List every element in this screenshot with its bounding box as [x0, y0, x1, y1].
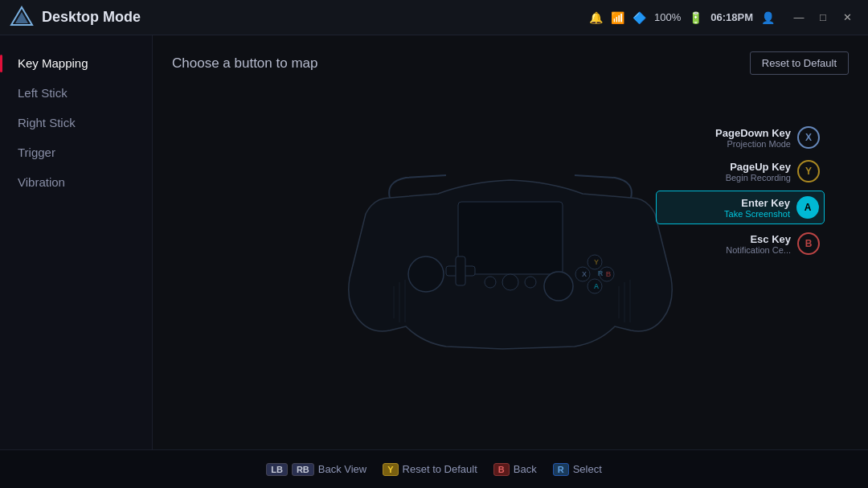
- sidebar: Key Mapping Left Stick Right Stick Trigg…: [0, 35, 153, 449]
- mapping-pageup[interactable]: PageUp Key Begin Recording Y: [656, 157, 825, 186]
- mapping-esc-text: Esc Key Notification Ce...: [661, 233, 791, 255]
- b-badge: B: [493, 463, 510, 476]
- mapping-enter-action: Take Screenshot: [661, 209, 790, 219]
- r-badge: R: [553, 463, 569, 476]
- a-button-circle: A: [796, 196, 819, 219]
- svg-point-13: [525, 277, 536, 288]
- mapping-pagedown-text: PageDown Key Projection Mode: [661, 127, 791, 149]
- svg-text:R: R: [598, 269, 604, 277]
- content-area: Choose a button to map Reset to Default: [153, 35, 868, 449]
- bottom-bar: LB RB Back View Y Reset to Default B Bac…: [0, 449, 868, 488]
- app-title: Desktop Mode: [42, 9, 589, 26]
- close-button[interactable]: ✕: [836, 6, 858, 29]
- y-badge: Y: [383, 463, 398, 476]
- y-button-circle: Y: [797, 160, 820, 182]
- wifi-icon: 📶: [611, 11, 624, 24]
- bottom-back-view[interactable]: LB RB Back View: [266, 463, 366, 476]
- svg-point-4: [544, 272, 573, 301]
- controller-illustration: R B Y A X: [342, 141, 679, 367]
- battery-icon: 🔋: [689, 11, 702, 24]
- title-bar: Desktop Mode 🔔 📶 🔷 100% 🔋 06:18PM 👤 — □ …: [0, 0, 868, 35]
- svg-text:A: A: [594, 282, 600, 290]
- sidebar-item-left-stick[interactable]: Left Stick: [0, 78, 152, 108]
- svg-text:B: B: [606, 270, 612, 278]
- x-button-circle: X: [797, 126, 820, 149]
- lb-badge: LB: [266, 463, 288, 476]
- svg-point-3: [408, 256, 444, 292]
- choose-button-label: Choose a button to map: [172, 55, 317, 72]
- user-icon: 👤: [761, 11, 775, 24]
- svg-rect-2: [458, 202, 563, 274]
- minimize-button[interactable]: —: [788, 6, 810, 29]
- clock: 06:18PM: [710, 11, 753, 23]
- main-layout: Key Mapping Left Stick Right Stick Trigg…: [0, 35, 868, 449]
- mapping-pagedown[interactable]: PageDown Key Projection Mode X: [656, 123, 825, 152]
- svg-text:Y: Y: [594, 258, 599, 266]
- svg-text:X: X: [582, 270, 587, 278]
- content-header: Choose a button to map Reset to Default: [172, 51, 849, 75]
- mapping-enter-text: Enter Key Take Screenshot: [661, 197, 790, 219]
- mapping-esc-key: Esc Key: [661, 233, 791, 245]
- b-button-circle: B: [797, 232, 820, 255]
- mapping-pageup-key: PageUp Key: [661, 161, 791, 173]
- rb-badge: RB: [292, 463, 314, 476]
- back-label: Back: [514, 463, 537, 475]
- mapping-pageup-action: Begin Recording: [661, 173, 791, 182]
- status-bar: 🔔 📶 🔷 100% 🔋 06:18PM 👤: [589, 11, 775, 24]
- window-controls: — □ ✕: [788, 6, 858, 29]
- mapping-esc[interactable]: Esc Key Notification Ce... B: [656, 229, 825, 258]
- svg-rect-6: [456, 256, 465, 285]
- sidebar-item-right-stick[interactable]: Right Stick: [0, 108, 152, 137]
- mapping-pagedown-action: Projection Mode: [661, 139, 791, 149]
- battery-level: 100%: [654, 11, 681, 23]
- device-area: R B Y A X PageDown Key Projection Mode: [172, 83, 849, 424]
- bluetooth-icon: 🔷: [633, 11, 646, 24]
- mapping-pagedown-key: PageDown Key: [661, 127, 791, 139]
- app-logo: [10, 6, 34, 30]
- bottom-reset-default[interactable]: Y Reset to Default: [383, 463, 477, 476]
- notification-icon: 🔔: [589, 11, 603, 24]
- bottom-select[interactable]: R Select: [553, 463, 602, 476]
- select-label: Select: [573, 463, 602, 475]
- sidebar-item-key-mapping[interactable]: Key Mapping: [0, 48, 152, 78]
- back-view-label: Back View: [318, 463, 366, 475]
- reset-default-label: Reset to Default: [403, 463, 477, 475]
- maximize-button[interactable]: □: [812, 6, 834, 29]
- sidebar-item-vibration[interactable]: Vibration: [0, 167, 152, 197]
- mapping-pageup-text: PageUp Key Begin Recording: [661, 161, 791, 182]
- bottom-back[interactable]: B Back: [493, 463, 537, 476]
- button-mappings: PageDown Key Projection Mode X PageUp Ke…: [656, 123, 825, 258]
- mapping-esc-action: Notification Ce...: [661, 245, 791, 255]
- svg-point-11: [485, 277, 496, 288]
- mapping-enter-key: Enter Key: [661, 197, 790, 209]
- reset-to-default-button[interactable]: Reset to Default: [750, 51, 849, 75]
- mapping-enter[interactable]: Enter Key Take Screenshot A: [656, 191, 825, 224]
- sidebar-item-trigger[interactable]: Trigger: [0, 137, 152, 167]
- svg-point-12: [502, 274, 518, 290]
